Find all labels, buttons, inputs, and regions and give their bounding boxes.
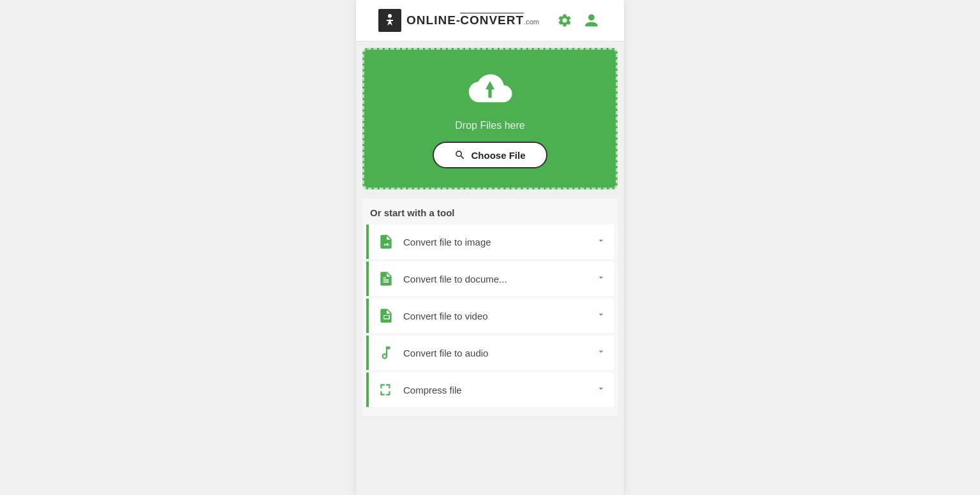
settings-button[interactable] (554, 10, 575, 31)
chevron-down-icon-document (596, 272, 606, 285)
document-file-icon (376, 269, 396, 288)
compress-icon (376, 380, 396, 399)
main-content[interactable]: Drop Files here Choose File Or start wit… (356, 41, 624, 495)
svg-point-0 (388, 14, 392, 18)
tool-label-convert-video: Convert file to video (403, 311, 588, 321)
audio-file-icon (376, 343, 396, 362)
video-file-icon (376, 306, 396, 325)
svg-rect-3 (387, 316, 388, 318)
chevron-down-icon-compress (596, 383, 606, 396)
logo-icon (378, 9, 401, 32)
drop-files-text: Drop Files here (455, 120, 524, 131)
header: ONLINE - CONVERT .com (356, 0, 624, 41)
tool-label-convert-image: Convert file to image (403, 237, 588, 247)
logo-text-group: ONLINE - CONVERT .com (406, 13, 539, 27)
gear-icon (557, 13, 572, 28)
chevron-down-icon-audio (596, 346, 606, 359)
tool-item-convert-video[interactable]: Convert file to video (366, 299, 614, 333)
tool-item-compress[interactable]: Compress file (366, 373, 614, 407)
user-icon (584, 13, 599, 28)
cloud-upload-icon (468, 69, 512, 107)
svg-rect-2 (384, 316, 385, 318)
chevron-down-icon-image (596, 235, 606, 248)
tool-label-convert-document: Convert file to docume... (403, 274, 588, 284)
upload-cloud-icon (468, 69, 512, 110)
tools-title: Or start with a tool (366, 205, 614, 225)
logo-online: ONLINE (406, 13, 456, 27)
logo-figure-icon (382, 13, 397, 28)
app-container: ONLINE - CONVERT .com (356, 0, 624, 495)
upload-zone[interactable]: Drop Files here Choose File (362, 48, 618, 189)
tool-label-convert-audio: Convert file to audio (403, 348, 588, 358)
choose-file-button[interactable]: Choose File (433, 142, 547, 168)
page-wrapper: ONLINE - CONVERT .com (0, 0, 980, 495)
tool-item-convert-document[interactable]: Convert file to docume... (366, 262, 614, 296)
user-button[interactable] (581, 10, 602, 31)
tools-section: Or start with a tool Convert file to ima… (362, 198, 618, 416)
tool-label-compress: Compress file (403, 385, 588, 395)
header-icons (554, 10, 602, 31)
image-file-icon (376, 232, 396, 251)
logo-com: .com (524, 18, 539, 26)
logo-convert: CONVERT (460, 13, 524, 27)
chevron-down-icon-video (596, 309, 606, 322)
logo-area: ONLINE - CONVERT .com (378, 9, 539, 32)
choose-file-label: Choose File (471, 150, 525, 161)
tool-item-convert-audio[interactable]: Convert file to audio (366, 336, 614, 370)
search-icon (454, 149, 466, 161)
tool-item-convert-image[interactable]: Convert file to image (366, 225, 614, 259)
